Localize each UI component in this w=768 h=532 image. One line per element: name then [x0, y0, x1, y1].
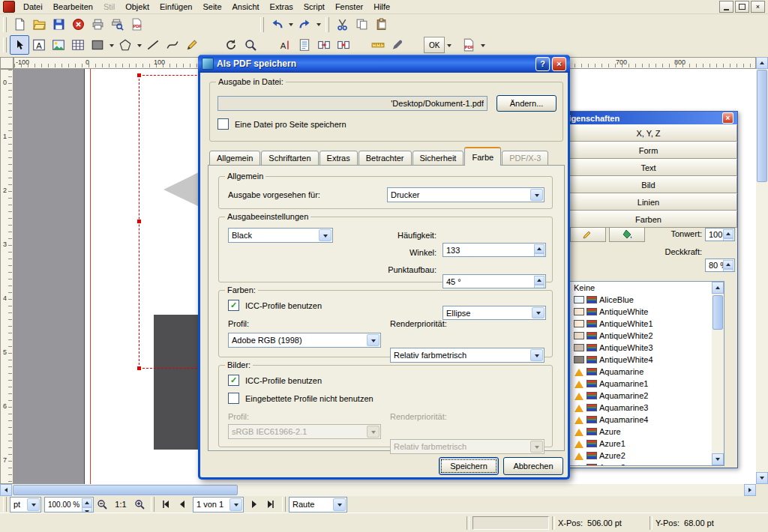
edit-contents-tool-icon[interactable]: A [275, 35, 295, 55]
color-list[interactable]: Keine AliceBlue AntiqueWhite [562, 281, 724, 466]
color-list-item[interactable]: AliceBlue [563, 294, 724, 306]
toolbar-grip[interactable] [326, 17, 329, 32]
change-file-button[interactable]: Ändern... [496, 95, 556, 112]
palette-section-button[interactable]: X, Y, Z [560, 124, 737, 142]
link-frames-icon[interactable] [314, 35, 334, 55]
dialog-tab[interactable]: PDF/X-3 [502, 151, 548, 166]
image-frame-tool-icon[interactable] [49, 35, 68, 55]
scroll-down-button[interactable] [756, 472, 768, 484]
menu-item[interactable]: Einfügen [154, 1, 197, 13]
dialog-tab[interactable]: Schriftarten [261, 151, 318, 166]
menu-item[interactable]: Fenster [330, 1, 368, 13]
scroll-right-button[interactable] [744, 484, 756, 496]
spin-down-button[interactable] [534, 253, 544, 257]
pdf-export-icon[interactable]: PDF [127, 15, 146, 34]
color-list-item[interactable]: Aquamarine3 [563, 402, 724, 414]
color-list-item[interactable]: Azure3 [563, 462, 724, 466]
vertical-scrollbar[interactable] [756, 57, 768, 484]
chevron-down-icon[interactable] [230, 498, 242, 511]
color-list-item[interactable]: Aquamarine4 [563, 414, 724, 426]
shape-tool-icon[interactable] [88, 35, 107, 55]
page-combo[interactable]: 1 von 1 [193, 497, 244, 513]
close-button[interactable]: × [751, 1, 765, 13]
spin-down-button[interactable] [534, 285, 544, 288]
dialog-tab[interactable]: Sicherheit [412, 151, 464, 166]
unlink-frames-icon[interactable] [334, 35, 353, 55]
colors-profile-combo[interactable]: Adobe RGB (1998) [228, 333, 381, 348]
color-list-item[interactable]: AntiqueWhite3 [563, 342, 724, 354]
spin-up-button[interactable] [723, 260, 734, 269]
palette-section-button[interactable]: Linien [560, 193, 737, 211]
rotate-tool-icon[interactable] [221, 35, 241, 55]
print-preview-icon[interactable] [107, 15, 127, 34]
palette-titlebar[interactable]: Eigenschaften × [560, 112, 737, 124]
save-document-icon[interactable] [49, 15, 68, 34]
toolbar-grip[interactable] [3, 37, 7, 52]
palette-section-button[interactable]: Farben [560, 211, 737, 228]
eyedropper-tool-icon[interactable] [388, 35, 407, 55]
palette-section-button[interactable]: Text [560, 159, 737, 176]
scrollbar-thumb[interactable] [712, 295, 723, 330]
ink-combo[interactable]: Black [228, 228, 333, 243]
undo-icon[interactable] [267, 15, 286, 34]
selection-handle[interactable] [137, 73, 141, 77]
color-list-item-none[interactable]: Keine [563, 282, 724, 294]
menu-item[interactable]: Bearbeiten [48, 1, 98, 13]
dialog-tab[interactable]: Farbe [464, 147, 501, 166]
scrollbar-thumb[interactable] [13, 485, 238, 495]
unit-combo[interactable]: pt [10, 497, 41, 513]
spin-down-button[interactable] [723, 238, 734, 241]
paste-icon[interactable] [371, 15, 391, 34]
menu-item[interactable]: Ansicht [227, 1, 265, 13]
zoom-spinner[interactable]: 100.00 % [44, 497, 94, 513]
print-icon[interactable] [88, 15, 107, 34]
spin-up-button[interactable] [534, 244, 544, 253]
color-list-item[interactable]: Aquamarine [563, 366, 724, 378]
text-frame-tool-icon[interactable]: A [29, 35, 49, 55]
color-list-item[interactable]: AntiqueWhite2 [563, 330, 724, 342]
undo-menu-arrow[interactable] [286, 16, 295, 34]
table-tool-icon[interactable] [68, 35, 88, 55]
palette-section-button[interactable]: Form [560, 142, 737, 159]
next-page-button[interactable] [246, 496, 262, 513]
color-list-item[interactable]: Aquamarine1 [563, 378, 724, 390]
colors-render-intent-combo[interactable]: Relativ farbmetrisch [390, 348, 544, 363]
measure-tool-icon[interactable] [368, 35, 388, 55]
chevron-down-icon[interactable] [333, 498, 346, 511]
freehand-tool-icon[interactable] [182, 35, 202, 55]
menu-item[interactable]: Stil [98, 1, 120, 13]
pdf-field-tool-menu-arrow[interactable] [478, 36, 487, 54]
chevron-down-icon[interactable] [27, 498, 40, 511]
bezier-tool-icon[interactable] [163, 35, 182, 55]
line-color-button[interactable] [570, 227, 606, 242]
intended-use-combo[interactable]: Drucker [387, 187, 544, 202]
toolbar-grip[interactable] [3, 497, 7, 512]
menu-item[interactable]: Datei [18, 1, 48, 13]
zoom-tool-icon[interactable] [241, 35, 260, 55]
angle-spinner[interactable]: 45 ° [442, 274, 546, 288]
scroll-up-button[interactable] [712, 282, 724, 294]
toolbar-grip[interactable] [3, 17, 7, 32]
color-list-item[interactable]: AntiqueWhite4 [563, 354, 724, 366]
menu-item[interactable]: Extras [265, 1, 298, 13]
cut-icon[interactable] [332, 15, 352, 34]
chevron-down-icon[interactable] [319, 229, 332, 241]
layer-combo[interactable]: Raute [289, 497, 347, 513]
pdf-push-button-menu-arrow[interactable] [445, 36, 453, 54]
save-button[interactable]: Speichern [439, 457, 499, 475]
scrollbar-thumb[interactable] [757, 70, 767, 182]
dialog-titlebar[interactable]: Als PDF speichern ? × [198, 55, 570, 73]
output-file-field[interactable] [218, 96, 488, 111]
chevron-down-icon[interactable] [530, 349, 543, 361]
polygon-tool-icon[interactable] [116, 35, 135, 55]
spin-down-button[interactable] [82, 507, 92, 513]
first-page-button[interactable] [158, 496, 174, 513]
new-document-icon[interactable] [10, 15, 29, 34]
color-list-item[interactable]: Azure [563, 426, 724, 438]
pdf-push-button-tool[interactable]: OK [424, 37, 445, 53]
color-list-item[interactable]: Azure2 [563, 450, 724, 462]
zoom-out-button[interactable] [94, 496, 110, 513]
zoom-in-button[interactable] [131, 496, 148, 513]
color-list-item[interactable]: Azure1 [563, 438, 724, 450]
chevron-down-icon[interactable] [530, 189, 543, 201]
